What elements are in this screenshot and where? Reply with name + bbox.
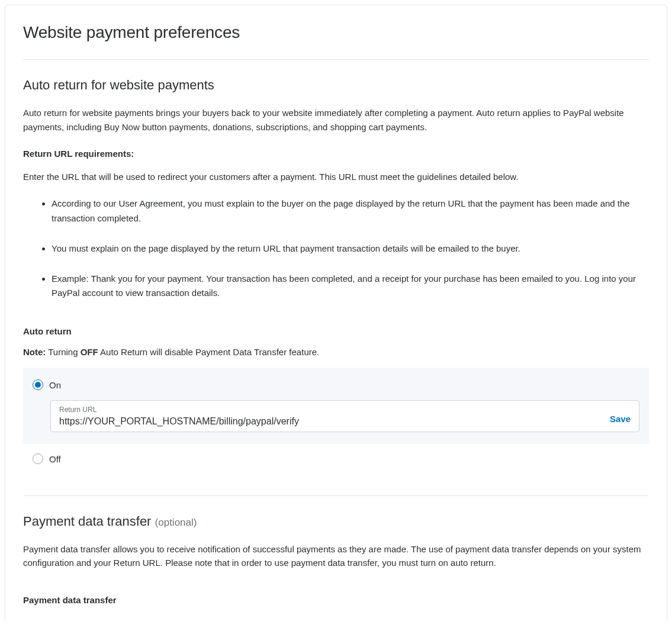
return-url-req-list: According to our User Agreement, you mus… bbox=[23, 197, 649, 301]
radio-on-label: On bbox=[49, 378, 61, 392]
note-rest: Auto Return will disable Payment Data Tr… bbox=[98, 347, 320, 357]
return-url-field[interactable]: Return URL Save bbox=[50, 400, 639, 432]
radio-on-icon[interactable] bbox=[33, 379, 43, 390]
auto-return-note: Note: Turning OFF Auto Return will disab… bbox=[23, 345, 649, 359]
pdt-heading-text: Payment data transfer bbox=[23, 514, 151, 529]
divider bbox=[23, 495, 649, 496]
return-url-req-heading: Return URL requirements: bbox=[23, 147, 649, 160]
pdt-toggle-label: Payment data transfer bbox=[23, 593, 649, 607]
auto-return-intro: Auto return for website payments brings … bbox=[23, 106, 649, 134]
list-item: You must explain on the page displayed b… bbox=[52, 242, 649, 256]
list-item: Example: Thank you for your payment. You… bbox=[52, 272, 649, 301]
list-item: According to our User Agreement, you mus… bbox=[52, 197, 649, 226]
radio-off-icon[interactable] bbox=[33, 453, 43, 464]
pdt-intro: Payment data transfer allows you to rece… bbox=[23, 542, 649, 570]
radio-off-label: Off bbox=[49, 452, 61, 466]
note-off: OFF bbox=[81, 347, 98, 357]
save-button[interactable]: Save bbox=[610, 412, 631, 426]
auto-return-toggle-label: Auto return bbox=[23, 324, 649, 338]
note-prefix: Note: bbox=[23, 347, 46, 357]
pdt-radios: On Off bbox=[23, 614, 649, 621]
auto-return-off-row-wrap: Off bbox=[23, 452, 649, 466]
page-title: Website payment preferences bbox=[23, 20, 649, 45]
auto-return-heading: Auto return for website payments bbox=[23, 75, 649, 95]
auto-return-on-row[interactable]: On bbox=[33, 378, 639, 392]
pdt-heading: Payment data transfer (optional) bbox=[23, 511, 649, 532]
preferences-panel: Website payment preferences Auto return … bbox=[5, 5, 667, 621]
auto-return-off-row[interactable]: Off bbox=[33, 452, 639, 466]
return-url-float-label: Return URL bbox=[59, 404, 597, 416]
note-mid: Turning bbox=[46, 347, 80, 357]
return-url-req-intro: Enter the URL that will be used to redir… bbox=[23, 170, 649, 184]
return-url-input[interactable] bbox=[59, 416, 597, 427]
auto-return-on-box: On Return URL Save bbox=[23, 368, 649, 444]
return-url-wrap: Return URL Save bbox=[50, 400, 639, 432]
pdt-optional: (optional) bbox=[155, 517, 197, 528]
divider bbox=[23, 59, 649, 60]
